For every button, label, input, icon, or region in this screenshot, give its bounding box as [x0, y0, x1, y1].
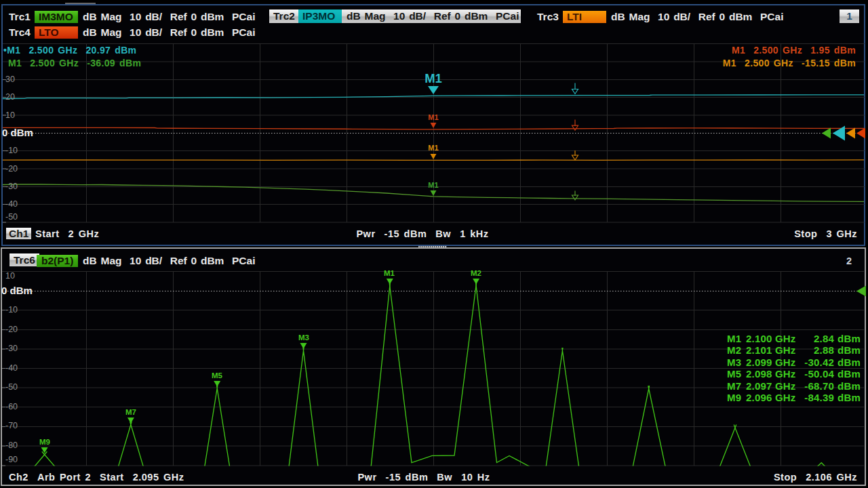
svg-text:M1: M1	[425, 71, 442, 85]
svg-text:M3: M3	[298, 333, 309, 342]
svg-text:M1: M1	[428, 181, 438, 189]
svg-text:M1: M1	[428, 144, 438, 152]
svg-text:M1: M1	[384, 269, 395, 277]
svg-text:M9: M9	[39, 438, 50, 446]
svg-text:M1: M1	[428, 113, 438, 121]
svg-text:M5: M5	[212, 371, 223, 380]
svg-text:M2: M2	[471, 269, 481, 277]
svg-text:M7: M7	[125, 408, 136, 416]
